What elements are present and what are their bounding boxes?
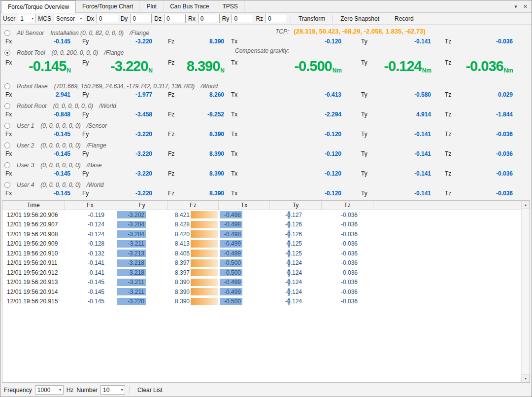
cell-value: 8.405: [175, 250, 190, 257]
cell-value: -3.213: [128, 250, 144, 257]
cell-fy: -3.211: [116, 287, 168, 297]
close-icon[interactable]: ✕: [523, 3, 528, 10]
column-header-fy[interactable]: Fy: [116, 201, 168, 210]
user-select-value: 1: [20, 15, 24, 22]
tx-data-bar: -0.499: [220, 279, 242, 286]
axis-value: -3.458: [97, 111, 152, 118]
frame-radio-robot-base[interactable]: [4, 83, 10, 89]
tab-plot[interactable]: Plot: [140, 0, 164, 12]
column-header-tx[interactable]: Tx: [219, 201, 270, 210]
cell-fx: -0.145: [65, 278, 116, 288]
cell-value: -0.126: [285, 221, 302, 228]
toolbar-separator: [387, 15, 387, 23]
cell-ty: -0.125: [270, 249, 322, 258]
tabs-dropdown-icon[interactable]: ▾: [514, 3, 517, 10]
cell-value: -0.500: [224, 259, 241, 266]
frame-radio-ati-sensor[interactable]: [4, 30, 10, 36]
cell-value: -0.125: [285, 240, 302, 247]
table-scrollbar[interactable]: ▲ ▼: [521, 201, 530, 382]
axis-label: Tz: [445, 59, 460, 66]
axis-label: Fy: [82, 91, 97, 98]
offset-label-dx: Dx: [87, 15, 94, 22]
table-row: 12/01 19:56:20.909-0.128-3.2118.413-0.49…: [2, 239, 521, 249]
cell-value: -0.124: [285, 259, 302, 266]
offset-input-ry[interactable]: 0: [232, 14, 253, 23]
scroll-down-icon[interactable]: ▼: [522, 374, 530, 382]
frame-radio-user-3[interactable]: [4, 162, 10, 168]
axis-label: Tx: [231, 38, 246, 45]
fy-data-bar: -3.211: [117, 279, 146, 286]
offset-input-dz[interactable]: 0: [164, 14, 186, 23]
axis-value: -0.145: [20, 170, 70, 177]
user-select[interactable]: 1 ▼: [18, 14, 35, 23]
axis-value: -0.124Nm: [376, 59, 431, 77]
tab-can-bus-trace[interactable]: Can Bus Trace: [164, 0, 216, 12]
axis-label: Fx: [5, 131, 20, 138]
table-row: 12/01 19:56:20.914-0.145-3.2118.390-0.49…: [2, 287, 521, 297]
offset-label-ry: Ry: [222, 15, 230, 22]
cell-value: -0.125: [285, 250, 302, 257]
offset-input-dy[interactable]: 0: [130, 14, 152, 23]
cell-fy: -3.211: [116, 278, 168, 288]
axis-label: Ty: [361, 91, 376, 98]
frame-radio-user-1[interactable]: [4, 123, 10, 129]
cell-tz: -0.036: [322, 287, 373, 297]
axis-label: Fx: [5, 91, 20, 98]
fy-data-bar: -3.220: [117, 298, 146, 305]
column-header-time[interactable]: Time: [2, 201, 65, 210]
tcp-label: TCP:: [275, 28, 289, 35]
frame-name: User 1: [17, 122, 34, 129]
tab-force-torque-overview[interactable]: Force/Torque Overview: [1, 0, 76, 13]
axis-value: -0.145N: [20, 59, 70, 77]
axis-label: Tx: [231, 190, 246, 197]
frame-radio-robot-root[interactable]: [4, 103, 10, 109]
axis-label: Fy: [82, 38, 97, 45]
column-header-tz[interactable]: Tz: [322, 201, 373, 210]
offset-input-rx[interactable]: 0: [198, 14, 220, 23]
frame-header-robot-root: Robot Root(0, 0, 0, 0, 0, 0) /World: [0, 101, 532, 110]
zero-snapshot-button[interactable]: Zero Snapshot: [336, 14, 383, 23]
axis-label: Tx: [231, 91, 246, 98]
tab-force-torque-chart[interactable]: Force/Torque Chart: [76, 0, 140, 12]
axis-value: -3.220: [97, 131, 152, 138]
scroll-up-icon[interactable]: ▲: [522, 201, 530, 209]
cell-value: -3.218: [128, 259, 144, 266]
offset-input-dx[interactable]: 0: [97, 14, 118, 23]
unit-label: N: [220, 67, 225, 74]
tab-tpss[interactable]: TPSS: [216, 0, 245, 12]
table-row: 12/01 19:56:20.915-0.145-3.2208.390-0.50…: [2, 297, 521, 307]
frame-params: (0, 0, 0, 0, 0, 0) /Flange: [40, 142, 106, 149]
column-header-fz[interactable]: Fz: [168, 201, 219, 210]
axis-value: -0.145: [20, 190, 70, 197]
frame-name: User 2: [17, 142, 34, 149]
transform-button[interactable]: Transform: [295, 14, 329, 23]
column-header-ty[interactable]: Ty: [270, 201, 322, 210]
offset-input-rz[interactable]: 0: [266, 14, 287, 23]
axis-value: -0.413: [246, 91, 341, 98]
frame-name: User 4: [17, 181, 34, 188]
axis-label: Fx: [5, 111, 20, 118]
axis-label: Fz: [168, 91, 183, 98]
cell-value: -3.202: [128, 212, 144, 218]
chevron-down-icon: ▼: [120, 388, 124, 392]
axis-value: -0.036: [460, 190, 513, 197]
column-header-fx[interactable]: Fx: [65, 201, 116, 210]
mcs-select[interactable]: Sensor ▼: [54, 14, 84, 23]
unit-label: Nm: [332, 67, 342, 74]
frame-radio-user-4[interactable]: [4, 182, 10, 188]
axis-value: 8.390: [183, 150, 224, 157]
axis-value: -8.252: [183, 111, 224, 118]
record-button[interactable]: Record: [391, 14, 418, 23]
axis-label: Fx: [5, 170, 20, 177]
clear-list-button[interactable]: Clear List: [133, 386, 166, 395]
axis-value: -0.036: [460, 170, 513, 177]
toolbar: User 1 ▼ MCS Sensor ▼ Dx0Dy0Dz0Rx0Ry0Rz0…: [0, 13, 532, 25]
frame-radio-user-2[interactable]: [4, 143, 10, 148]
fz-data-bar: [191, 230, 218, 238]
number-select[interactable]: 10 ▼: [100, 385, 125, 395]
mcs-label: MCS: [38, 15, 51, 22]
frequency-select[interactable]: 1000 ▼: [35, 385, 64, 395]
frame-radio-robot-tool[interactable]: [4, 50, 10, 56]
cell-tx: -0.500: [219, 268, 270, 278]
axis-value: -0.145: [20, 38, 70, 45]
